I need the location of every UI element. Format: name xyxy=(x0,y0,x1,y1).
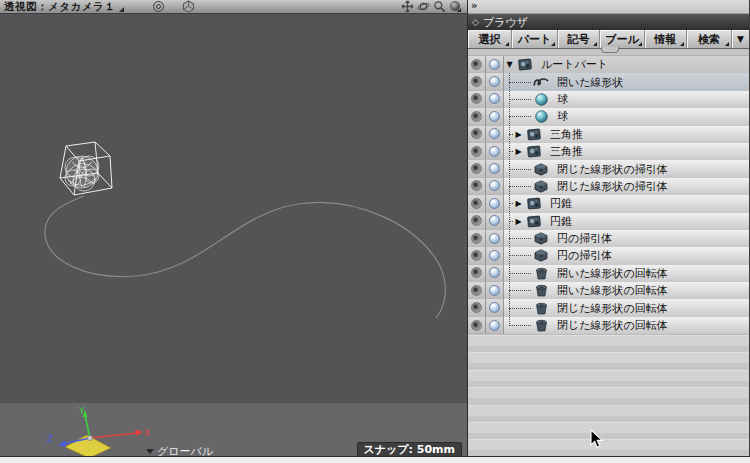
tree-dash xyxy=(509,82,531,83)
tree-row[interactable]: 球 xyxy=(468,91,749,108)
tree-row[interactable]: ▶円錐 xyxy=(468,195,749,212)
visibility-toggle[interactable] xyxy=(468,160,486,177)
expander-right-icon[interactable]: ▶ xyxy=(513,130,524,139)
menu-tab-2[interactable]: パート xyxy=(512,30,558,48)
tree-row[interactable]: 開いた線形状の回転体 xyxy=(468,265,749,282)
menu-tab-label: 検索 xyxy=(698,32,720,47)
render-toggle[interactable] xyxy=(486,317,504,334)
tab-overflow-icon[interactable]: ▼ xyxy=(732,30,749,48)
hexahedron-icon[interactable] xyxy=(181,0,196,13)
tree-row-label: 三角推 xyxy=(550,144,583,159)
pan-icon[interactable] xyxy=(400,0,415,13)
tree-row[interactable]: 円の掃引体 xyxy=(468,230,749,247)
menu-tab-3[interactable]: 記号 xyxy=(558,30,600,48)
browser-header[interactable]: ◇ ブラウザ xyxy=(468,14,749,30)
visibility-toggle[interactable] xyxy=(468,299,486,316)
tree-row[interactable]: 開いた線形状の回転体 xyxy=(468,282,749,299)
part-icon xyxy=(526,127,542,141)
render-toggle[interactable] xyxy=(486,126,504,143)
tree-row[interactable]: ▶三角推 xyxy=(468,126,749,143)
shading-mode-icon[interactable] xyxy=(448,0,463,13)
tree-row-content: ▶三角推 xyxy=(504,126,749,143)
eye-icon xyxy=(471,59,482,70)
eye-icon xyxy=(471,250,482,261)
viewport-statusbar: Y X Z グローバル スナップ: 50mm xyxy=(0,403,467,456)
visibility-toggle[interactable] xyxy=(468,73,486,90)
visibility-toggle[interactable] xyxy=(468,230,486,247)
expander-right-icon[interactable]: ▶ xyxy=(513,147,524,156)
tree-row[interactable]: 球 xyxy=(468,108,749,125)
tree-row[interactable]: 閉じた線形状の掃引体 xyxy=(468,178,749,195)
tree-row[interactable]: ▶三角推 xyxy=(468,143,749,160)
render-toggle[interactable] xyxy=(486,143,504,160)
zoom-icon[interactable] xyxy=(432,0,447,13)
tree-row[interactable]: 開いた線形状 xyxy=(468,73,749,90)
tree-row-content: 開いた線形状の回転体 xyxy=(504,282,749,299)
visibility-toggle[interactable] xyxy=(468,56,486,73)
visibility-toggle[interactable] xyxy=(468,195,486,212)
panel-collapse-strip[interactable]: » xyxy=(468,0,749,14)
menu-tab-6[interactable]: 検索 xyxy=(687,30,732,48)
target-icon[interactable] xyxy=(153,1,164,12)
visibility-toggle[interactable] xyxy=(468,282,486,299)
expander-down-icon[interactable]: ▼ xyxy=(504,60,515,69)
render-toggle[interactable] xyxy=(486,108,504,125)
visibility-toggle[interactable] xyxy=(468,213,486,230)
visibility-toggle[interactable] xyxy=(468,91,486,108)
eye-icon xyxy=(471,285,482,296)
tree-row[interactable]: ▼ルートパート xyxy=(468,56,749,73)
tree-row-content: ▼ルートパート xyxy=(504,56,749,73)
snap-setting-badge[interactable]: スナップ: 50mm xyxy=(358,443,462,457)
tree-row[interactable]: ▶円錐 xyxy=(468,213,749,230)
axis-gizmo[interactable]: Y X Z xyxy=(45,406,155,458)
eye-icon xyxy=(471,320,482,331)
render-toggle[interactable] xyxy=(486,213,504,230)
render-flag-icon xyxy=(489,198,500,209)
render-toggle[interactable] xyxy=(486,91,504,108)
menu-tab-5[interactable]: 情報 xyxy=(645,30,687,48)
render-flag-icon xyxy=(489,320,500,331)
tree-row-label: 円錐 xyxy=(550,196,572,211)
menu-tab-1[interactable]: 選択 xyxy=(468,30,512,48)
render-toggle[interactable] xyxy=(486,282,504,299)
tree-row[interactable]: 円の掃引体 xyxy=(468,247,749,264)
visibility-toggle[interactable] xyxy=(468,317,486,334)
camera-dropdown-icon[interactable] xyxy=(119,7,124,12)
render-toggle[interactable] xyxy=(486,247,504,264)
visibility-toggle[interactable] xyxy=(468,178,486,195)
part-icon xyxy=(526,145,542,159)
visibility-toggle[interactable] xyxy=(468,247,486,264)
render-toggle[interactable] xyxy=(486,160,504,177)
tree-row-label: 閉じた線形状の回転体 xyxy=(557,318,668,333)
panel-diamond-icon: ◇ xyxy=(472,17,479,27)
expander-right-icon[interactable]: ▶ xyxy=(513,199,524,208)
visibility-toggle[interactable] xyxy=(468,126,486,143)
visibility-toggle[interactable] xyxy=(468,108,486,125)
tree-row[interactable]: 閉じた線形状の回転体 xyxy=(468,317,749,334)
expander-right-icon[interactable]: ▶ xyxy=(513,217,524,226)
render-toggle[interactable] xyxy=(486,299,504,316)
viewport-title[interactable]: 透視図：メタカメラ１ xyxy=(4,0,115,14)
menu-tab-label: パート xyxy=(518,32,552,47)
viewport-canvas[interactable] xyxy=(0,14,467,403)
render-toggle[interactable] xyxy=(486,56,504,73)
render-toggle[interactable] xyxy=(486,230,504,247)
eye-icon xyxy=(471,198,482,209)
render-toggle[interactable] xyxy=(486,195,504,212)
sweep-icon xyxy=(533,162,549,176)
open-line-shape-curve[interactable] xyxy=(45,196,446,318)
tree-row[interactable]: 閉じた線形状の掃引体 xyxy=(468,160,749,177)
tree-row[interactable]: 閉じた線形状の回転体 xyxy=(468,299,749,316)
orbit-icon[interactable] xyxy=(416,0,431,13)
render-toggle[interactable] xyxy=(486,178,504,195)
wireframe-object[interactable] xyxy=(60,142,112,195)
render-toggle[interactable] xyxy=(486,265,504,282)
visibility-toggle[interactable] xyxy=(468,143,486,160)
tree-row-label: 三角推 xyxy=(550,127,583,142)
panel-resize-notch[interactable] xyxy=(601,47,619,53)
render-flag-icon xyxy=(489,233,500,244)
menu-tab-4[interactable]: ブール xyxy=(600,30,645,48)
visibility-toggle[interactable] xyxy=(468,265,486,282)
render-toggle[interactable] xyxy=(486,73,504,90)
render-flag-icon xyxy=(489,93,500,104)
